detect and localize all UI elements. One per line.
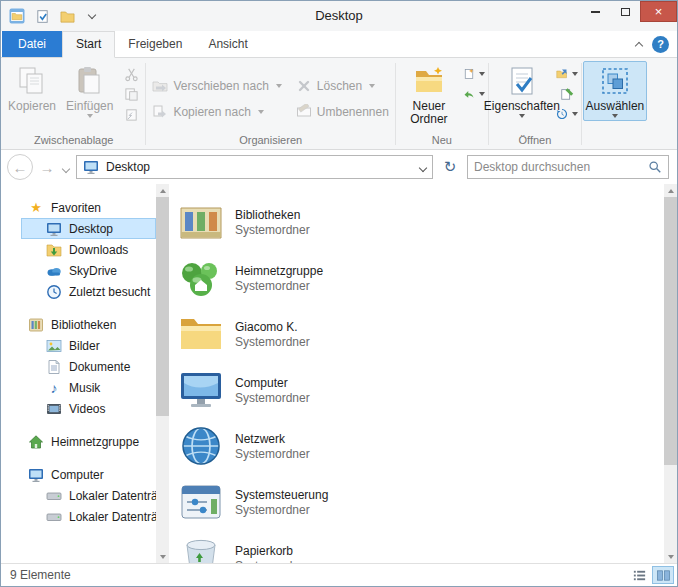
rename-button[interactable]: Umbenennen [291, 99, 394, 125]
scroll-up-icon[interactable] [156, 184, 169, 197]
details-view-button[interactable] [628, 566, 650, 584]
history-icon [556, 107, 568, 121]
file-tile-netzwerk[interactable]: NetzwerkSystemordner [177, 418, 660, 474]
select-button[interactable]: Auswählen [583, 61, 647, 121]
chevron-down-icon [419, 164, 427, 172]
computer-icon [177, 366, 225, 414]
file-tile-computer[interactable]: ComputerSystemordner [177, 362, 660, 418]
new-folder-button[interactable]: Neuer Ordner [397, 61, 461, 129]
sidebar-section-bibliotheken[interactable]: Bibliotheken [21, 314, 156, 335]
computer-icon [28, 467, 44, 483]
forward-button[interactable]: → [38, 154, 56, 180]
file-tile-heimnetzgruppe[interactable]: HeimnetzgruppeSystemordner [177, 250, 660, 306]
collapse-ribbon-button[interactable] [636, 35, 642, 53]
new-small-buttons [461, 61, 487, 103]
file-tile-papierkorb[interactable]: PapierkorbSystemordner [177, 530, 660, 563]
icons-view-button[interactable] [652, 566, 674, 584]
easy-access-button[interactable] [463, 85, 485, 103]
paste-button[interactable]: Einfügen [61, 61, 118, 121]
sidebar-scrollbar[interactable] [156, 184, 169, 563]
close-button[interactable]: × [640, 1, 677, 22]
properties-icon [506, 65, 538, 97]
group-label-select [583, 145, 647, 149]
maximize-button[interactable] [610, 1, 640, 22]
tab-datei[interactable]: Datei [2, 31, 62, 57]
sidebar-section-favoriten[interactable]: ★ Favoriten [21, 197, 156, 218]
app-icon[interactable] [8, 7, 26, 25]
help-button[interactable]: ? [652, 36, 669, 53]
sidebar-item-bilder[interactable]: Bilder [21, 335, 156, 356]
clipboard-small-buttons [118, 61, 144, 123]
dropdown-icon [276, 84, 282, 88]
copy-path-icon [124, 87, 139, 102]
tab-ansicht[interactable]: Ansicht [195, 32, 260, 57]
scroll-thumb[interactable] [156, 197, 169, 416]
recent-locations-button[interactable] [61, 158, 71, 176]
address-path[interactable]: Desktop [106, 160, 150, 174]
icons-view-icon [656, 568, 671, 583]
history-button[interactable] [556, 105, 578, 123]
globe-icon [177, 422, 225, 470]
dropdown-icon [572, 112, 578, 116]
search-input[interactable] [474, 160, 648, 174]
sidebar-item-skydrive[interactable]: SkyDrive [21, 260, 156, 281]
search-box [467, 155, 669, 179]
tab-freigeben[interactable]: Freigeben [115, 32, 195, 57]
group-label-new: Neu [397, 133, 487, 149]
sidebar-item-videos[interactable]: Videos [21, 398, 156, 419]
copy-button[interactable]: Kopieren [3, 61, 61, 116]
easy-access-icon [463, 87, 475, 101]
edit-button[interactable] [556, 85, 578, 103]
qat-properties-button[interactable] [33, 7, 51, 25]
sidebar-item-desktop[interactable]: Desktop [21, 218, 156, 239]
open-button[interactable] [556, 65, 578, 83]
file-list: BibliothekenSystemordner HeimnetzgruppeS… [169, 184, 664, 563]
back-button[interactable]: ← [7, 154, 33, 180]
ribbon: Kopieren Einfügen [1, 58, 677, 150]
move-to-button[interactable]: Verschieben nach [147, 73, 286, 99]
view-toggle-buttons [628, 566, 674, 584]
sidebar-item-lokaler-datentraeger-1[interactable]: Lokaler Datenträg [21, 485, 156, 506]
caption-buttons: × [580, 1, 677, 22]
details-view-icon [632, 568, 647, 583]
paste-dropdown-icon [87, 114, 93, 118]
address-box[interactable]: Desktop [76, 155, 433, 179]
sidebar-item-dokumente[interactable]: Dokumente [21, 356, 156, 377]
paste-shortcut-button[interactable] [120, 105, 142, 123]
qat-customize-button[interactable] [83, 7, 101, 25]
scroll-down-icon[interactable] [156, 550, 169, 563]
content-scrollbar[interactable] [664, 184, 677, 563]
search-icon[interactable] [648, 160, 662, 174]
scroll-thumb[interactable] [664, 197, 677, 465]
close-icon: × [655, 4, 663, 19]
sidebar-section-heimnetzgruppe[interactable]: Heimnetzgruppe [21, 431, 156, 452]
qat-new-folder-button[interactable] [58, 7, 76, 25]
sidebar-item-downloads[interactable]: Downloads [21, 239, 156, 260]
properties-button[interactable]: Eigenschaften [490, 61, 554, 121]
copy-to-button[interactable]: Kopieren nach [147, 99, 286, 125]
new-item-button[interactable] [463, 65, 485, 83]
scroll-down-icon[interactable] [664, 550, 677, 563]
ribbon-group-open: Eigenschaften Öffn [490, 59, 580, 149]
file-tile-systemsteuerung[interactable]: SystemsteuerungSystemordner [177, 474, 660, 530]
scroll-up-icon[interactable] [664, 184, 677, 197]
recycle-bin-icon [177, 534, 225, 563]
tab-start[interactable]: Start [62, 31, 115, 58]
file-tile-bibliotheken[interactable]: BibliothekenSystemordner [177, 194, 660, 250]
select-icon [599, 65, 631, 97]
scissors-icon [124, 67, 139, 82]
cut-button[interactable] [120, 65, 142, 83]
sidebar-item-zuletzt-besucht[interactable]: Zuletzt besucht [21, 281, 156, 302]
delete-button[interactable]: Löschen [291, 73, 394, 99]
music-note-icon: ♪ [46, 380, 62, 396]
sidebar-item-musik[interactable]: ♪ Musik [21, 377, 156, 398]
refresh-button[interactable]: ↻ [438, 155, 462, 179]
file-tile-giacomo[interactable]: Giacomo K.Systemordner [177, 306, 660, 362]
sidebar-item-lokaler-datentraeger-2[interactable]: Lokaler Datenträg [21, 506, 156, 527]
address-history-button[interactable] [420, 160, 426, 174]
minimize-icon [591, 11, 600, 13]
minimize-button[interactable] [580, 1, 610, 22]
sidebar-section-computer[interactable]: Computer [21, 464, 156, 485]
open-icon [556, 67, 568, 81]
copy-path-button[interactable] [120, 85, 142, 103]
